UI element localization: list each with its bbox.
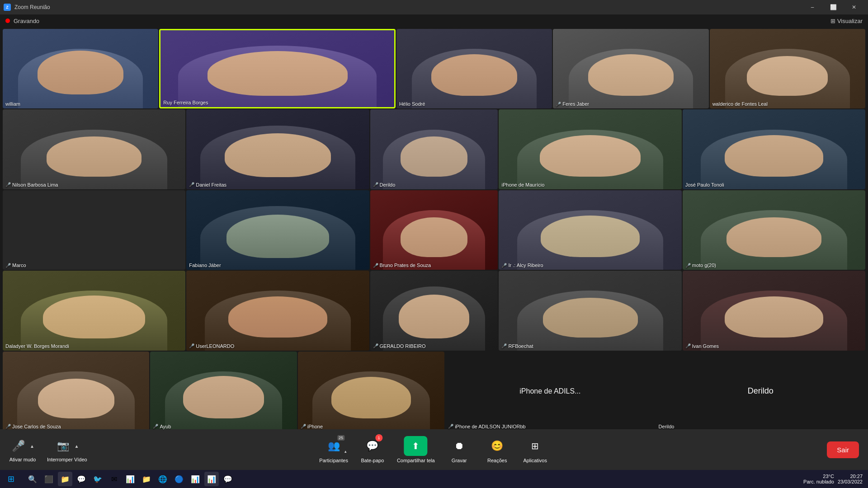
video-arrow[interactable]: ▲	[73, 442, 80, 450]
video-button[interactable]: 📷 ▲ Interromper Vídeo	[47, 437, 87, 462]
participant-name-iphone-adils: 🎤 iPhone de ADILSON JUNIORbb	[448, 424, 526, 429]
visualizar-label: Visualizar	[837, 18, 863, 24]
edge-icon[interactable]: 🌐	[156, 472, 170, 486]
participant-name-marco: 🎤 Marco	[5, 263, 26, 268]
video-label: Interromper Vídeo	[47, 457, 87, 462]
participant-name-ayub: 🎤 Ayub	[153, 424, 171, 429]
taskbar-center: 🔍 ⬛ 📁 💬 🐦 ✉ 📊 📁 🌐 🔵 📊 📊 💬	[22, 472, 239, 486]
participant-name-daladyer: Daladyer W. Borges Morandi	[5, 343, 69, 349]
tile-motog[interactable]: 🎤 moto g(20)	[683, 190, 865, 270]
time-display: 20:27	[850, 474, 863, 479]
zoom-toolbar: 🎤 ▲ Ativar mudo 📷 ▲ Interromper Vídeo 👥 …	[0, 429, 868, 470]
participant-name-feres: 🎤 Feres Jaber	[556, 101, 589, 107]
reactions-label: Reações	[487, 458, 507, 463]
share-button[interactable]: ⬆ Compartilhar tela	[397, 436, 435, 463]
participant-name-rfboechat: 🎤 RFBoechat	[501, 343, 533, 349]
participant-name-motog: 🎤 moto g(20)	[685, 263, 716, 268]
title-bar: Z Zoom Reunião – ⬜ ✕	[0, 0, 868, 14]
tile-label-derildo2: Derildo	[748, 386, 774, 396]
toolbar-left: 🎤 ▲ Ativar mudo 📷 ▲ Interromper Vídeo	[9, 437, 87, 462]
tile-daniel[interactable]: 🎤 Daniel Freitas	[186, 109, 369, 189]
recording-bar: Gravando ⊞ Visualizar	[0, 14, 868, 27]
grid-row-2: 🎤 Marco Fabiano Jáber 🎤 Bruno Prates de …	[3, 190, 865, 270]
visualizar-button[interactable]: ⊞ Visualizar	[830, 18, 863, 24]
tile-rfboechat[interactable]: 🎤 RFBoechat	[499, 271, 681, 350]
video-grid-area: william Ruy Ferreira Borges Hélio Sodré	[0, 27, 868, 429]
tile-iphone-adils[interactable]: iPhone de ADILS... 🎤 iPhone de ADILSON J…	[445, 352, 655, 431]
participant-name-iphone: 🎤 iPhone	[301, 424, 323, 429]
office-icon[interactable]: 📊	[123, 472, 137, 486]
taskbar-left: ⊞	[0, 472, 22, 486]
tile-feres[interactable]: 🎤 Feres Jaber	[553, 29, 708, 108]
excel-icon[interactable]: 📊	[204, 472, 219, 486]
explorer-icon[interactable]: 📁	[58, 472, 72, 486]
tile-jose-carlos[interactable]: 🎤 Jose Carlos de Souza	[3, 352, 149, 431]
participant-name-bruno: 🎤 Bruno Prates de Souza	[373, 263, 431, 268]
minimize-button[interactable]: –	[802, 0, 823, 14]
temperature: 23°C	[823, 474, 834, 479]
participant-name-geraldo: 🎤 GERALDO RIBEIRO	[373, 343, 426, 349]
mute-button[interactable]: 🎤 ▲ Ativar mudo	[9, 437, 36, 462]
share-label: Compartilhar tela	[397, 458, 435, 463]
tile-fabiano[interactable]: Fabiano Jáber	[186, 190, 369, 270]
tile-derildo2[interactable]: Derildo Derildo	[656, 352, 865, 431]
tile-ivan[interactable]: 🎤 Ivan Gomes	[683, 271, 865, 350]
tile-iphone-mauricio[interactable]: iPhone de Maurício	[499, 109, 681, 189]
tile-jose-paulo[interactable]: José Paulo Tonoli	[683, 109, 865, 189]
weather-desc: Parc. nublado	[803, 479, 834, 484]
mute-arrow[interactable]: ▲	[28, 442, 36, 450]
apps-button[interactable]: ⊞ Aplicativos	[522, 436, 549, 463]
tile-alcy[interactable]: 🎤 Ir .: Alcy Ribeiro	[499, 190, 681, 270]
app-title: Zoom Reunião	[14, 4, 50, 10]
search-icon[interactable]: 🔍	[25, 472, 40, 486]
zoom-logo: Z	[4, 4, 11, 11]
teams-icon[interactable]: 💬	[74, 472, 89, 486]
title-bar-left: Z Zoom Reunião	[4, 4, 50, 11]
tile-ruy[interactable]: Ruy Ferreira Borges	[159, 29, 396, 108]
exit-button[interactable]: Sair	[827, 441, 859, 458]
zoom-taskbar-icon[interactable]: 💬	[221, 472, 235, 486]
record-button[interactable]: ⏺ Gravar	[446, 436, 473, 463]
tile-geraldo[interactable]: 🎤 GERALDO RIBEIRO	[370, 271, 498, 350]
apps-label: Aplicativos	[523, 458, 547, 463]
mail-icon[interactable]: ✉	[107, 472, 121, 486]
tile-helio[interactable]: Hélio Sodré	[396, 29, 552, 108]
participant-name-william: william	[5, 101, 20, 107]
tile-bruno[interactable]: 🎤 Bruno Prates de Souza	[370, 190, 498, 270]
taskview-icon[interactable]: ⬛	[42, 472, 56, 486]
participant-name-derildo1: 🎤 Derildo	[373, 182, 396, 188]
chat-button[interactable]: 💬 1 Bate-papo	[359, 436, 386, 463]
grid-row-0: william Ruy Ferreira Borges Hélio Sodré	[3, 29, 865, 108]
participant-name-helio: Hélio Sodré	[399, 101, 425, 107]
tile-daladyer[interactable]: Daladyer W. Borges Morandi	[3, 271, 185, 350]
chrome-icon[interactable]: 🔵	[172, 472, 186, 486]
grid-icon: ⊞	[830, 18, 835, 24]
chat-badge: 1	[375, 434, 382, 441]
tile-ayub[interactable]: 🎤 Ayub	[150, 352, 297, 431]
toolbar-center: 👥 25 ▲ Participantes 💬 1 Bate-papo ⬆ Com…	[319, 436, 548, 463]
grid-row-4: 🎤 Jose Carlos de Souza 🎤 Ayub 🎤 iPhone	[3, 352, 865, 431]
twitter-icon[interactable]: 🐦	[90, 472, 105, 486]
mute-label: Ativar mudo	[9, 457, 36, 462]
maximize-button[interactable]: ⬜	[823, 0, 844, 14]
calc-icon[interactable]: 📊	[188, 472, 203, 486]
reactions-button[interactable]: 😊 Reações	[484, 436, 511, 463]
tile-william[interactable]: william	[3, 29, 158, 108]
participants-arrow[interactable]: ▲	[344, 450, 347, 454]
tile-nilson[interactable]: 🎤 Nilson Barbosa Lima	[3, 109, 185, 189]
recording-dot	[5, 19, 10, 23]
participants-button[interactable]: 👥 25 ▲ Participantes	[319, 436, 348, 463]
participant-name-daniel: 🎤 Daniel Freitas	[189, 182, 226, 188]
tile-iphone[interactable]: 🎤 iPhone	[298, 352, 444, 431]
tile-userleonardo[interactable]: 🎤 UserLEONARDO	[186, 271, 369, 350]
date-display: 23/03/2022	[838, 479, 863, 484]
files-icon[interactable]: 📁	[139, 472, 154, 486]
weather-display: 23°C Parc. nublado	[803, 474, 834, 484]
title-bar-controls: – ⬜ ✕	[802, 0, 864, 14]
tile-label-iphone-adils: iPhone de ADILS...	[519, 387, 580, 395]
windows-start-icon[interactable]: ⊞	[4, 472, 18, 486]
tile-walderico[interactable]: walderico de Fontes Leal	[710, 29, 865, 108]
tile-marco[interactable]: 🎤 Marco	[3, 190, 185, 270]
tile-derildo1[interactable]: 🎤 Derildo	[370, 109, 498, 189]
close-button[interactable]: ✕	[844, 0, 864, 14]
